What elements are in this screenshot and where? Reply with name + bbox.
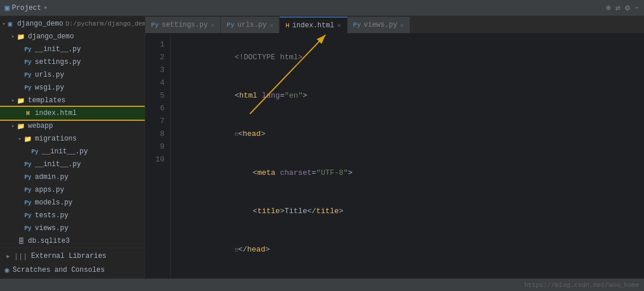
title-content: Title bbox=[284, 207, 307, 215]
file-label: __init__.py bbox=[35, 160, 81, 168]
tab-label: index.html bbox=[292, 21, 334, 30]
folder-icon: 📁 bbox=[16, 96, 26, 105]
tree-item-models-py[interactable]: Py models.py bbox=[0, 196, 145, 209]
folder-label: webapp bbox=[28, 122, 53, 130]
project-icon: ▣ bbox=[5, 3, 9, 13]
line-num-1: 1 bbox=[145, 38, 164, 51]
folder-label: migrations bbox=[35, 135, 77, 143]
add-file-icon[interactable]: ⊕ bbox=[606, 3, 610, 13]
tree-item-apps-py[interactable]: Py apps.py bbox=[0, 184, 145, 196]
bracket-end: </ bbox=[307, 207, 316, 215]
file-label: index.html bbox=[35, 109, 77, 117]
code-editor[interactable]: <!DOCTYPE html> <html lang="en"> ⊟<head>… bbox=[171, 34, 644, 278]
minimize-icon[interactable]: – bbox=[635, 3, 639, 13]
editor-area: Py settings.py ✕ Py urls.py ✕ H index.ht… bbox=[145, 16, 644, 278]
line-num-2: 2 bbox=[145, 51, 164, 64]
py-file-icon: Py bbox=[30, 147, 40, 156]
tree-item-settings-py[interactable]: Py settings.py bbox=[0, 56, 145, 69]
scratches-label: Scratches and Consoles bbox=[13, 266, 105, 274]
external-libraries-label: External Libraries bbox=[31, 252, 106, 260]
tab-label: views.py bbox=[364, 21, 398, 29]
indent: < bbox=[235, 207, 257, 215]
code-line-3: ⊟<head> bbox=[180, 115, 635, 154]
tab-label: settings.py bbox=[162, 21, 207, 29]
tab-urls[interactable]: Py urls.py ✕ bbox=[221, 17, 280, 33]
file-label: __init__.py bbox=[42, 148, 88, 156]
file-label: admin.py bbox=[35, 173, 69, 181]
line-num-10: 10 bbox=[145, 153, 164, 166]
tree-item-tests-py[interactable]: Py tests.py bbox=[0, 209, 145, 222]
tree-item-views-py[interactable]: Py views.py bbox=[0, 222, 145, 235]
py-file-icon: Py bbox=[23, 45, 33, 54]
folder-icon: 📁 bbox=[23, 134, 33, 143]
py-tab-icon: Py bbox=[353, 21, 361, 28]
arrow-icon: ▾ bbox=[16, 136, 23, 142]
tree-item-init-py[interactable]: Py __init__.py bbox=[0, 43, 145, 56]
library-icon: ||| bbox=[14, 252, 27, 261]
tree-item-templates[interactable]: ▾ 📁 templates bbox=[0, 94, 145, 107]
str-utf8: "UTF-8" bbox=[316, 168, 348, 177]
tab-settings[interactable]: Py settings.py ✕ bbox=[145, 17, 221, 33]
indent: < bbox=[235, 168, 257, 177]
tab-close-icon[interactable]: ✕ bbox=[337, 21, 341, 29]
tree-item-db-sqlite[interactable]: 🗄 db.sqlite3 bbox=[0, 235, 145, 247]
tree-item-django-demo[interactable]: ▾ 📁 django_demo bbox=[0, 30, 145, 43]
tab-close-icon[interactable]: ✕ bbox=[210, 21, 214, 29]
tree-item-index-html[interactable]: H index.html bbox=[0, 107, 145, 120]
arrow-icon: ▾ bbox=[9, 34, 16, 40]
tab-close-icon[interactable]: ✕ bbox=[270, 21, 274, 29]
code-line-6: ⊟</head> bbox=[180, 231, 635, 270]
line-numbers: 1 2 3 4 5 6 7 8 9 10 bbox=[145, 34, 171, 278]
title-bar-left: ▣ Project ▾ bbox=[5, 3, 48, 13]
arrow-icon: ▶ bbox=[5, 253, 12, 260]
tree-item-webapp[interactable]: ▾ 📁 webapp bbox=[0, 120, 145, 132]
code-line-2: <html lang="en"> bbox=[180, 77, 635, 115]
editor-main: 1 2 3 4 5 6 7 8 9 10 <!DOCTYPE html> bbox=[145, 34, 644, 278]
html-file-icon: H bbox=[23, 109, 33, 118]
tree-item-migrations[interactable]: ▾ 📁 migrations bbox=[0, 132, 145, 145]
code-line-4: <meta charset="UTF-8"> bbox=[180, 154, 635, 192]
tag-head: head bbox=[242, 130, 260, 138]
py-file-icon: Py bbox=[23, 198, 33, 207]
external-libraries-item[interactable]: ▶ ||| External Libraries bbox=[0, 249, 145, 263]
line-num-3: 3 bbox=[145, 64, 164, 77]
py-file-icon: Py bbox=[23, 173, 33, 182]
sync-icon[interactable]: ⇄ bbox=[616, 3, 620, 13]
code-line-5: <title>Title</title> bbox=[180, 192, 635, 231]
status-url: https://blog.csdn.net/Woo_home bbox=[524, 282, 639, 289]
file-label: settings.py bbox=[35, 58, 81, 66]
tree-item-urls-py[interactable]: Py urls.py bbox=[0, 69, 145, 81]
tree-item-admin-py[interactable]: Py admin.py bbox=[0, 171, 145, 184]
tree-item-project-root[interactable]: ▾ ▣ django_demo D:/pycharm/django_demo bbox=[0, 17, 145, 30]
tree-item-webapp-init[interactable]: Py __init__.py bbox=[0, 158, 145, 171]
project-folder-icon: ▣ bbox=[5, 19, 15, 28]
attr-lang: lang bbox=[257, 91, 280, 100]
arrow-icon: ▾ bbox=[9, 123, 16, 130]
py-file-icon: Py bbox=[23, 160, 33, 169]
line-num-5: 5 bbox=[145, 89, 164, 102]
scratch-icon: ◉ bbox=[5, 265, 9, 275]
tree-item-wsgi-py[interactable]: Py wsgi.py bbox=[0, 81, 145, 94]
line-num-9: 9 bbox=[145, 141, 164, 153]
py-tab-icon: Py bbox=[227, 21, 234, 28]
file-label: tests.py bbox=[35, 211, 69, 220]
bracket-final: > bbox=[339, 207, 344, 215]
bracket-close: > bbox=[265, 245, 270, 254]
tag-head-close: head bbox=[247, 245, 265, 254]
py-file-icon: Py bbox=[23, 83, 33, 92]
tab-close-icon[interactable]: ✕ bbox=[400, 21, 404, 29]
py-file-icon: Py bbox=[23, 211, 33, 220]
project-label: django_demo bbox=[17, 20, 63, 28]
settings-icon[interactable]: ⚙ bbox=[625, 3, 629, 13]
file-label: __init__.py bbox=[35, 45, 81, 53]
tab-views[interactable]: Py views.py ✕ bbox=[348, 17, 410, 33]
line-num-6: 6 bbox=[145, 102, 164, 115]
tree-item-migrations-init[interactable]: Py __init__.py bbox=[0, 145, 145, 158]
folder-icon: 📁 bbox=[16, 32, 26, 41]
html-tab-icon: H bbox=[285, 22, 289, 29]
title-bar-dropdown-icon[interactable]: ▾ bbox=[44, 3, 48, 12]
line-num-7: 7 bbox=[145, 115, 164, 128]
tab-index-html[interactable]: H index.html ✕ bbox=[280, 17, 347, 33]
line-num-4: 4 bbox=[145, 77, 164, 89]
scratches-consoles-item[interactable]: ◉ Scratches and Consoles bbox=[0, 263, 145, 277]
